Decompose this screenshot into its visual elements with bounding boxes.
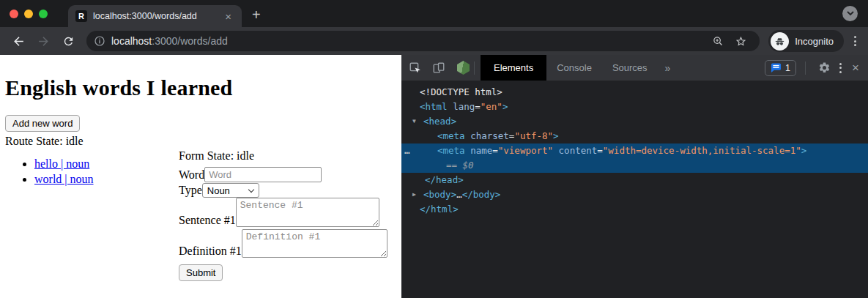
devtools-code-line[interactable]: ▶<body>…</body>: [401, 187, 868, 202]
code-token: >: [801, 145, 807, 156]
word-label: Word: [179, 168, 204, 182]
code-token: <meta: [437, 145, 470, 156]
chevron-down-icon: [847, 11, 854, 16]
divider: [474, 62, 475, 75]
route-state-text: Route State: idle: [5, 135, 401, 148]
code-token: [553, 145, 559, 156]
browser-toolbar: localhost:3000/words/add Incognito: [0, 27, 868, 55]
devtools-code-line[interactable]: </head>: [401, 173, 868, 187]
type-select[interactable]: Noun: [202, 183, 259, 198]
back-button[interactable]: [10, 32, 27, 50]
code-token: >: [553, 130, 559, 141]
code-token: ==: [446, 160, 463, 171]
code-token: lang: [453, 101, 475, 112]
divider: [805, 62, 806, 75]
sentence-label: Sentence #1: [179, 214, 236, 227]
incognito-icon: [771, 32, 789, 51]
devtools-code-line[interactable]: <!DOCTYPE html>: [401, 85, 868, 100]
inspect-element-button[interactable]: [406, 59, 425, 78]
code-token: </body>: [462, 189, 501, 200]
issues-bubble-icon: [771, 63, 782, 73]
code-token: >: [502, 101, 508, 112]
device-toolbar-icon: [432, 62, 445, 75]
add-word-form: Form State: idle Word Type Noun Sentence…: [179, 149, 398, 281]
star-icon: [735, 35, 747, 48]
issues-button[interactable]: 1: [765, 60, 796, 76]
new-tab-button[interactable]: +: [252, 5, 261, 24]
devtools-code-line[interactable]: …<meta name="viewport" content="width=de…: [401, 144, 868, 158]
reload-icon: [62, 35, 75, 48]
devtools-code-line[interactable]: <meta charset="utf-8">: [401, 129, 868, 144]
code-token: content: [559, 145, 598, 156]
devtools-panel: Elements Console Sources » 1 × <!DOCTYPE…: [401, 55, 868, 298]
disclosure-triangle-icon[interactable]: ▶: [412, 187, 423, 202]
element-options-dots-icon[interactable]: …: [404, 144, 411, 158]
code-token: charset: [470, 130, 509, 141]
page-title: English words I learned: [5, 75, 401, 100]
forward-arrow-icon: [37, 34, 51, 48]
minimize-window-button[interactable]: [24, 10, 33, 18]
traffic-lights: [10, 10, 48, 18]
submit-button[interactable]: Submit: [179, 264, 223, 281]
code-token: <!DOCTYPE html>: [420, 86, 502, 97]
gear-icon: [818, 62, 831, 74]
green-hexagon-extension-icon[interactable]: [457, 61, 470, 75]
tab-sources[interactable]: Sources: [602, 55, 658, 81]
word-link-hello[interactable]: hello | noun: [34, 157, 89, 170]
more-tabs-button[interactable]: »: [658, 62, 678, 74]
code-token: <body>: [423, 189, 456, 200]
inspect-cursor-icon: [409, 62, 422, 75]
disclosure-triangle-icon[interactable]: ▼: [412, 114, 423, 129]
device-toolbar-button[interactable]: [429, 59, 448, 78]
tab-strip: R localhost:3000/words/add × +: [0, 0, 868, 27]
tab-search-button[interactable]: [842, 6, 858, 21]
devtools-code-line[interactable]: </html>: [401, 202, 868, 217]
code-token: =: [492, 145, 498, 156]
devtools-menu-button[interactable]: [834, 63, 847, 73]
incognito-badge: Incognito: [768, 30, 844, 52]
issues-count: 1: [785, 63, 790, 73]
code-token: =: [475, 101, 481, 112]
tab-elements[interactable]: Elements: [481, 55, 546, 81]
devtools-settings-button[interactable]: [815, 59, 834, 78]
definition-input[interactable]: [242, 229, 387, 258]
code-token: =: [597, 145, 603, 156]
code-token: name: [470, 145, 492, 156]
devtools-toolbar: Elements Console Sources » 1 ×: [401, 55, 868, 81]
tab-close-icon[interactable]: ×: [222, 10, 234, 23]
code-token: "viewport": [498, 145, 553, 156]
form-state-text: Form State: idle: [179, 149, 398, 163]
close-window-button[interactable]: [10, 10, 18, 18]
page-info-icon[interactable]: [94, 35, 105, 47]
devtools-code-line[interactable]: == $0: [401, 158, 868, 173]
zoom-level-button[interactable]: [712, 35, 724, 48]
browser-menu-button[interactable]: [848, 36, 862, 46]
tab-title: localhost:3000/words/add: [93, 11, 222, 21]
sentence-input[interactable]: [236, 198, 379, 227]
maximize-window-button[interactable]: [39, 10, 48, 18]
word-link-world[interactable]: world | noun: [34, 173, 94, 185]
devtools-code-line[interactable]: <html lang="en">: [401, 100, 868, 114]
code-token: $0: [463, 160, 474, 171]
reload-button[interactable]: [59, 32, 77, 50]
add-new-word-button[interactable]: Add new word: [5, 115, 80, 132]
browser-tab[interactable]: R localhost:3000/words/add ×: [68, 5, 242, 27]
definition-label: Definition #1: [179, 245, 242, 258]
devtools-code-line[interactable]: ▼<head>: [401, 114, 868, 129]
browser-window: R localhost:3000/words/add × + localhost…: [0, 0, 868, 298]
web-page: English words I learned Add new word Rou…: [0, 55, 401, 298]
tab-console[interactable]: Console: [546, 55, 602, 81]
code-token: <head>: [423, 116, 456, 127]
forward-button[interactable]: [34, 32, 52, 50]
zoom-magnifier-icon: [712, 35, 724, 48]
code-token: <html: [420, 101, 453, 112]
url-text: localhost:3000/words/add: [111, 35, 707, 47]
chevron-down-icon: [248, 187, 254, 193]
address-bar[interactable]: localhost:3000/words/add: [86, 31, 760, 51]
type-select-value: Noun: [207, 185, 230, 196]
bookmark-button[interactable]: [735, 35, 747, 48]
word-input[interactable]: [204, 167, 322, 182]
devtools-close-button[interactable]: ×: [847, 61, 868, 75]
type-label: Type: [179, 184, 202, 197]
code-token: </html>: [420, 204, 459, 215]
